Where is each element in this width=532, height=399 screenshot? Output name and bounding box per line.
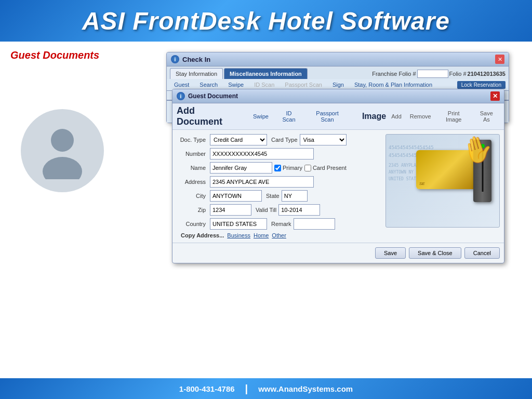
checkin-title: Check In [182, 56, 210, 63]
city-input[interactable] [210, 190, 262, 202]
avatar-container [21, 109, 104, 192]
ghost-city-text: ANYTOWN NY [389, 170, 414, 175]
tab-stay-information[interactable]: Stay Information [170, 68, 223, 79]
nav-tab-stay-room[interactable]: Stay, Room & Plan Information [350, 80, 436, 89]
guest-doc-title: Guest Document [188, 92, 238, 100]
modal-id-scan-btn[interactable]: ID Scan [275, 109, 303, 124]
name-label: Name [177, 165, 208, 171]
doc-type-label: Doc. Type [177, 137, 208, 143]
image-print-btn[interactable]: Print Image [436, 109, 471, 124]
folio-label: Folio # [449, 71, 467, 77]
image-add-btn[interactable]: Add [388, 112, 405, 121]
guest-doc-close-button[interactable]: ✕ [490, 91, 500, 101]
modal-passport-scan-btn[interactable]: Passport Scan [305, 109, 350, 124]
image-section-label: Image [362, 112, 386, 121]
zip-validtill-row: Zip Valid Till [177, 204, 381, 216]
nav-tab-sign[interactable]: Sign [328, 80, 348, 89]
checkin-close-button[interactable]: ✕ [495, 55, 504, 64]
footer-website: www.AnandSystems.com [258, 384, 353, 393]
card-present-checkbox-label[interactable]: Card Present [304, 165, 347, 171]
zip-input[interactable] [210, 204, 251, 216]
state-input[interactable] [282, 190, 308, 202]
name-input[interactable] [210, 162, 272, 174]
state-label: State [266, 193, 280, 199]
remark-input[interactable] [294, 218, 335, 230]
copy-home-link[interactable]: Home [254, 232, 269, 238]
number-row: Number [177, 148, 381, 159]
image-section: 4545454545454545 4545454545454545 2345 A… [385, 134, 500, 228]
guest-doc-titlebar: i Guest Document ✕ [172, 89, 504, 103]
svg-point-0 [51, 129, 74, 152]
save-close-button[interactable]: Save & Close [409, 247, 461, 259]
primary-checkbox[interactable] [274, 165, 281, 171]
franchise-folio-input[interactable] [417, 70, 448, 78]
app-header: ASI FrontDesk Hotel Software [0, 0, 532, 42]
address-row: Address [177, 176, 381, 188]
copy-other-link[interactable]: Other [272, 232, 286, 238]
content-area: Guest Documents i Check In ✕ Stay Inform… [0, 42, 532, 378]
zip-label: Zip [177, 207, 208, 213]
ghost-number-text: 4545454545454545 [389, 145, 434, 150]
modal-icon: i [177, 92, 185, 100]
copy-address-label: Copy Address... [181, 232, 224, 238]
cancel-button[interactable]: Cancel [464, 247, 500, 259]
primary-checkbox-label[interactable]: Primary [274, 165, 302, 171]
add-document-title: Add Document [177, 105, 242, 127]
lock-reservation-button[interactable]: Lock Reservation [457, 81, 506, 89]
city-state-row: City State [177, 190, 381, 202]
address-label: Address [177, 179, 208, 185]
card-brand: SE [419, 181, 425, 186]
modal-swipe-btn[interactable]: Swipe [249, 112, 273, 121]
address-input[interactable] [210, 176, 314, 188]
image-saveas-btn[interactable]: Save As [473, 109, 500, 124]
name-row: Name Primary Card Present [177, 162, 381, 174]
doc-type-select[interactable]: Credit Card [210, 134, 267, 145]
valid-till-input[interactable] [278, 204, 320, 216]
checkin-titlebar: i Check In ✕ [167, 52, 509, 66]
country-label: Country [177, 221, 208, 227]
remark-label: Remark [271, 221, 291, 227]
card-type-select[interactable]: Visa MasterCard Amex [300, 134, 347, 145]
guest-doc-modal: i Guest Document ✕ Add Document Swipe ID… [172, 89, 504, 263]
tab-misc-information[interactable]: Miscellaneous Information [224, 68, 308, 79]
number-input[interactable] [210, 148, 314, 159]
card-type-label: Card Type [271, 137, 298, 143]
avatar-icon [36, 122, 88, 179]
footer-phone: 1-800-431-4786 [179, 384, 235, 393]
window-icon: i [171, 55, 179, 63]
checkin-window: i Check In ✕ Stay Information Miscellane… [166, 52, 509, 123]
franchise-folio-label: Franchise Folio # [372, 71, 416, 77]
form-section: Doc. Type Credit Card Card Type Visa Mas… [177, 134, 381, 238]
image-remove-btn[interactable]: Remove [407, 112, 434, 121]
modal-footer: Save Save & Close Cancel [172, 243, 504, 263]
country-input[interactable] [210, 218, 267, 230]
country-remark-row: Country Remark [177, 218, 381, 230]
app-footer: 1-800-431-4786 | www.AnandSystems.com [0, 378, 532, 399]
copy-business-link[interactable]: Business [227, 232, 250, 238]
card-present-checkbox[interactable] [304, 165, 311, 171]
primary-label: Primary [283, 165, 302, 171]
checkin-tab-row: Stay Information Miscellaneous Informati… [167, 66, 509, 79]
avatar [21, 109, 104, 192]
doc-type-row: Doc. Type Credit Card Card Type Visa Mas… [177, 134, 381, 145]
valid-till-label: Valid Till [256, 207, 276, 213]
nav-tab-swipe[interactable]: Swipe [224, 80, 248, 89]
nav-tab-id-scan[interactable]: ID Scan [250, 80, 278, 89]
city-label: City [177, 193, 208, 199]
app-title: ASI FrontDesk Hotel Software [82, 7, 450, 35]
nav-tab-passport-scan[interactable]: Passport Scan [281, 80, 326, 89]
copy-address-row: Copy Address... Business Home Other [177, 232, 381, 238]
svg-point-1 [43, 157, 82, 179]
footer-divider: | [245, 383, 248, 395]
nav-tab-guest[interactable]: Guest [170, 80, 193, 89]
card-present-label: Card Present [313, 165, 347, 171]
save-button[interactable]: Save [375, 247, 406, 259]
modal-body: Doc. Type Credit Card Card Type Visa Mas… [172, 130, 504, 243]
number-label: Number [177, 151, 208, 157]
nav-tab-search[interactable]: Search [195, 80, 222, 89]
folio-value: 210412013635 [468, 71, 506, 77]
modal-toolbar: Add Document Swipe ID Scan Passport Scan… [172, 103, 504, 130]
